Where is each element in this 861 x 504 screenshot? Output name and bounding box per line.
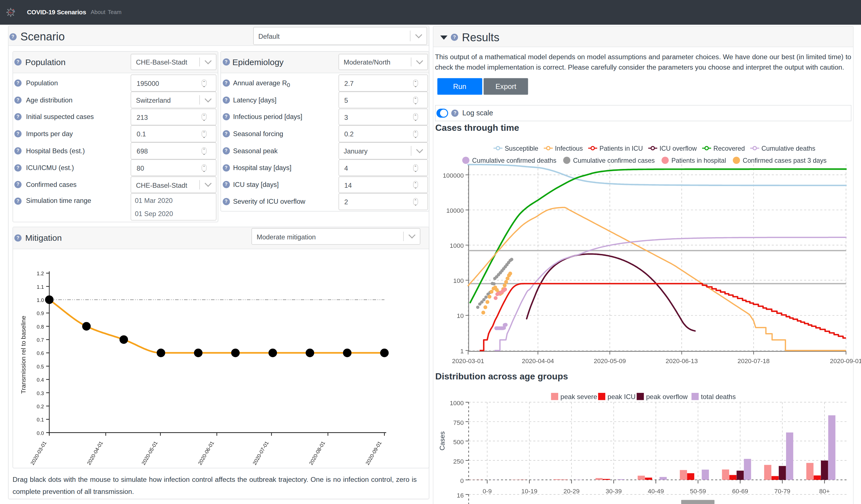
svg-text:40-49: 40-49 (648, 488, 664, 495)
svg-text:peak overflow: peak overflow (646, 393, 688, 400)
svg-text:500: 500 (453, 439, 464, 446)
svg-text:2020-08-01: 2020-08-01 (308, 440, 326, 466)
svg-text:ICU overflow: ICU overflow (659, 145, 697, 152)
svg-text:Cumulative confirmed deaths: Cumulative confirmed deaths (472, 157, 556, 164)
svg-text:250: 250 (453, 458, 464, 465)
svg-text:10: 10 (456, 312, 464, 319)
svg-text:0.9: 0.9 (37, 310, 44, 316)
svg-text:Transmission rel to baseline: Transmission rel to baseline (20, 316, 27, 394)
svg-text:Cases: Cases (438, 431, 446, 450)
svg-text:0.0: 0.0 (37, 430, 44, 436)
svg-text:Cumulative deaths: Cumulative deaths (761, 145, 815, 152)
svg-text:2020-09-01: 2020-09-01 (830, 357, 861, 365)
svg-text:2020-05-09: 2020-05-09 (594, 357, 626, 365)
svg-text:0.1: 0.1 (37, 417, 44, 423)
svg-text:0: 0 (460, 477, 464, 485)
svg-text:50-59: 50-59 (690, 488, 706, 495)
svg-text:100000: 100000 (443, 172, 464, 179)
svg-text:1: 1 (460, 348, 464, 355)
svg-text:2020-04-01: 2020-04-01 (86, 440, 104, 466)
svg-text:0.2: 0.2 (37, 404, 44, 409)
svg-text:16: 16 (456, 492, 464, 499)
svg-text:20-29: 20-29 (563, 488, 579, 495)
svg-text:1.1: 1.1 (37, 284, 44, 290)
svg-text:peak severe: peak severe (560, 393, 597, 400)
svg-text:2020-03-01: 2020-03-01 (29, 440, 47, 466)
svg-text:Cumulative confirmed cases: Cumulative confirmed cases (573, 157, 655, 164)
svg-text:2020-06-13: 2020-06-13 (666, 357, 698, 365)
svg-text:peak ICU: peak ICU (607, 393, 636, 400)
svg-text:30-39: 30-39 (606, 488, 621, 495)
svg-text:0.7: 0.7 (37, 337, 44, 343)
svg-text:2020-07-18: 2020-07-18 (738, 357, 770, 365)
svg-text:0.3: 0.3 (37, 390, 44, 396)
svg-text:Patients in ICU: Patients in ICU (599, 145, 643, 152)
svg-text:Recovered: Recovered (713, 145, 745, 152)
svg-text:750: 750 (453, 419, 464, 426)
svg-text:0-9: 0-9 (483, 488, 492, 495)
svg-text:Susceptible: Susceptible (505, 145, 538, 152)
svg-text:70-79: 70-79 (774, 488, 790, 495)
svg-text:2020-04-04: 2020-04-04 (522, 357, 554, 365)
svg-text:0.4: 0.4 (37, 377, 44, 383)
svg-text:2020-05-01: 2020-05-01 (140, 440, 159, 466)
svg-text:80+: 80+ (819, 488, 830, 495)
svg-text:1.2: 1.2 (37, 271, 44, 276)
svg-text:Confirmed cases past 3 days: Confirmed cases past 3 days (742, 157, 826, 164)
svg-text:2020-09-01: 2020-09-01 (364, 440, 383, 466)
svg-text:Infectious: Infectious (555, 145, 583, 152)
svg-text:1.0: 1.0 (37, 297, 44, 303)
svg-text:0.5: 0.5 (37, 364, 44, 370)
svg-text:60-69: 60-69 (732, 488, 748, 495)
svg-text:10000: 10000 (446, 207, 464, 214)
svg-text:2020-03-01: 2020-03-01 (452, 357, 484, 365)
svg-text:2020-06-01: 2020-06-01 (197, 440, 215, 466)
svg-text:100: 100 (453, 277, 464, 284)
svg-text:1000: 1000 (450, 399, 464, 407)
svg-text:0.8: 0.8 (37, 324, 44, 330)
svg-text:1000: 1000 (450, 242, 464, 249)
svg-text:10-19: 10-19 (521, 488, 537, 495)
svg-text:0.6: 0.6 (37, 350, 44, 356)
svg-text:Patients in hospital: Patients in hospital (671, 157, 726, 164)
svg-text:2020-07-01: 2020-07-01 (251, 440, 270, 466)
svg-text:total deaths: total deaths (701, 393, 736, 400)
